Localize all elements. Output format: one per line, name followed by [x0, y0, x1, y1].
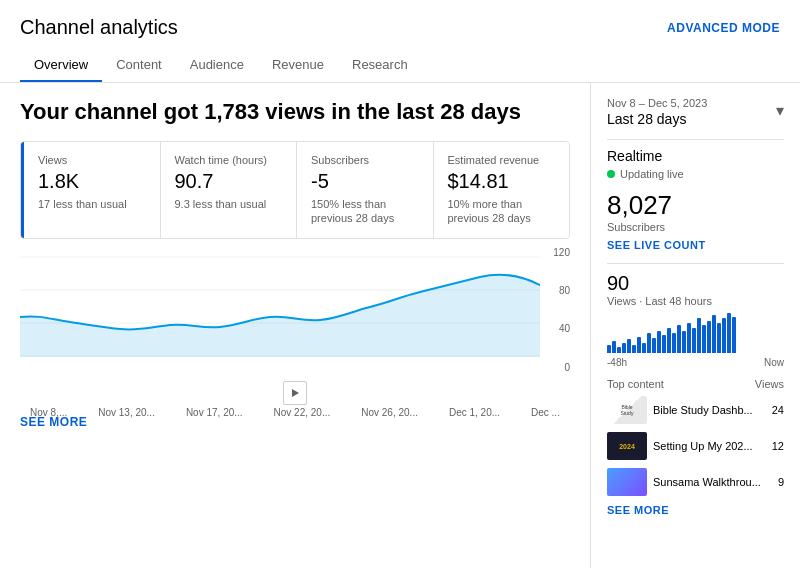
metrics-row: Views 1.8K 17 less than usual Watch time…	[20, 141, 570, 239]
content-item-3[interactable]: Sunsama Walkthrou... 9	[607, 468, 784, 496]
content-item-1[interactable]: BibleStudy Bible Study Dashb... 24	[607, 396, 784, 424]
bar-5	[627, 339, 631, 353]
metric-views-sub: 17 less than usual	[38, 197, 146, 211]
mini-bar-chart	[607, 313, 784, 353]
date-range-period: Nov 8 – Dec 5, 2023	[607, 97, 707, 109]
bar-16	[682, 331, 686, 353]
chart-label-48h: -48h	[607, 357, 627, 368]
realtime-title: Realtime	[607, 148, 784, 164]
chart-area: 120 80 40 0 Nov 8,... Nov 13, 20... Nov …	[20, 247, 570, 407]
bar-26	[732, 317, 736, 353]
bar-19	[697, 318, 701, 353]
realtime-views-count: 90	[607, 272, 784, 295]
content-item-2[interactable]: 2024 Setting Up My 202... 12	[607, 432, 784, 460]
chart-play-button[interactable]	[20, 381, 570, 405]
bar-9	[647, 333, 651, 353]
metric-subs-sub: 150% less than previous 28 days	[311, 197, 419, 226]
bar-1	[607, 345, 611, 353]
top-content-header: Top content Views	[607, 378, 784, 390]
metric-views-value: 1.8K	[38, 170, 146, 193]
thumb-bible-study: BibleStudy	[607, 396, 647, 424]
x-label-3: Nov 17, 20...	[186, 407, 243, 418]
advanced-mode-button[interactable]: ADVANCED MODE	[667, 21, 780, 35]
divider-1	[607, 139, 784, 140]
bar-14	[672, 333, 676, 353]
realtime-section: Realtime Updating live 8,027 Subscribers…	[607, 148, 784, 516]
bar-23	[717, 323, 721, 353]
tab-content[interactable]: Content	[102, 47, 176, 82]
bar-12	[662, 335, 666, 353]
bar-24	[722, 318, 726, 353]
metric-views: Views 1.8K 17 less than usual	[21, 142, 161, 238]
bar-7	[637, 337, 641, 353]
bar-8	[642, 343, 646, 353]
tab-audience[interactable]: Audience	[176, 47, 258, 82]
bar-17	[687, 323, 691, 353]
content-title-3: Sunsama Walkthrou...	[653, 475, 772, 489]
metric-views-label: Views	[38, 154, 146, 166]
subscribers-count: 8,027	[607, 190, 784, 221]
y-label-80: 80	[540, 285, 570, 296]
date-range-label: Last 28 days	[607, 111, 707, 127]
tab-overview[interactable]: Overview	[20, 47, 102, 82]
x-label-2: Nov 13, 20...	[98, 407, 155, 418]
page-header: Channel analytics ADVANCED MODE	[0, 0, 800, 39]
bar-11	[657, 331, 661, 353]
realtime-views-stat: 90 Views · Last 48 hours	[607, 272, 784, 307]
chart-label-now: Now	[764, 357, 784, 368]
content-views-1: 24	[772, 404, 784, 416]
y-label-0: 0	[540, 362, 570, 373]
thumb-sunsama	[607, 468, 647, 496]
x-label-1: Nov 8,...	[30, 407, 67, 418]
chevron-down-icon: ▾	[776, 101, 784, 120]
nav-tabs: Overview Content Audience Revenue Resear…	[0, 47, 800, 83]
metric-revenue-sub: 10% more than previous 28 days	[448, 197, 556, 226]
top-content-label: Top content	[607, 378, 664, 390]
bar-20	[702, 325, 706, 353]
date-range-selector[interactable]: Nov 8 – Dec 5, 2023 Last 28 days ▾	[607, 97, 784, 127]
main-content: Your channel got 1,783 views in the last…	[0, 83, 800, 568]
x-label-5: Nov 26, 20...	[361, 407, 418, 418]
bar-18	[692, 328, 696, 353]
live-text: Updating live	[620, 168, 684, 180]
metric-watchtime: Watch time (hours) 90.7 9.3 less than us…	[161, 142, 298, 238]
tab-revenue[interactable]: Revenue	[258, 47, 338, 82]
content-views-3: 9	[778, 476, 784, 488]
content-views-2: 12	[772, 440, 784, 452]
realtime-views-label: Views · Last 48 hours	[607, 295, 784, 307]
metric-watchtime-value: 90.7	[175, 170, 283, 193]
see-live-count-button[interactable]: SEE LIVE COUNT	[607, 239, 784, 251]
divider-2	[607, 263, 784, 264]
y-label-120: 120	[540, 247, 570, 258]
metric-revenue-label: Estimated revenue	[448, 154, 556, 166]
x-label-6: Dec 1, 20...	[449, 407, 500, 418]
channel-headline: Your channel got 1,783 views in the last…	[20, 99, 570, 125]
x-label-7: Dec ...	[531, 407, 560, 418]
live-indicator: Updating live	[607, 168, 784, 180]
bar-21	[707, 321, 711, 353]
content-title-2: Setting Up My 202...	[653, 439, 766, 453]
left-panel: Your channel got 1,783 views in the last…	[0, 83, 590, 568]
thumb-2024-setup: 2024	[607, 432, 647, 460]
right-see-more-button[interactable]: SEE MORE	[607, 504, 784, 516]
bar-22	[712, 315, 716, 353]
subscribers-label: Subscribers	[607, 221, 784, 233]
x-label-4: Nov 22, 20...	[274, 407, 331, 418]
metric-subs-value: -5	[311, 170, 419, 193]
metric-watchtime-label: Watch time (hours)	[175, 154, 283, 166]
views-chart	[20, 247, 540, 377]
metric-subs-label: Subscribers	[311, 154, 419, 166]
tab-research[interactable]: Research	[338, 47, 422, 82]
bar-25	[727, 313, 731, 353]
y-label-40: 40	[540, 323, 570, 334]
views-col-label: Views	[755, 378, 784, 390]
live-dot	[607, 170, 615, 178]
bar-15	[677, 325, 681, 353]
bar-3	[617, 347, 621, 353]
bar-4	[622, 343, 626, 353]
metric-subscribers: Subscribers -5 150% less than previous 2…	[297, 142, 434, 238]
metric-revenue: Estimated revenue $14.81 10% more than p…	[434, 142, 570, 238]
metric-revenue-value: $14.81	[448, 170, 556, 193]
svg-marker-4	[292, 389, 299, 397]
bar-6	[632, 345, 636, 353]
